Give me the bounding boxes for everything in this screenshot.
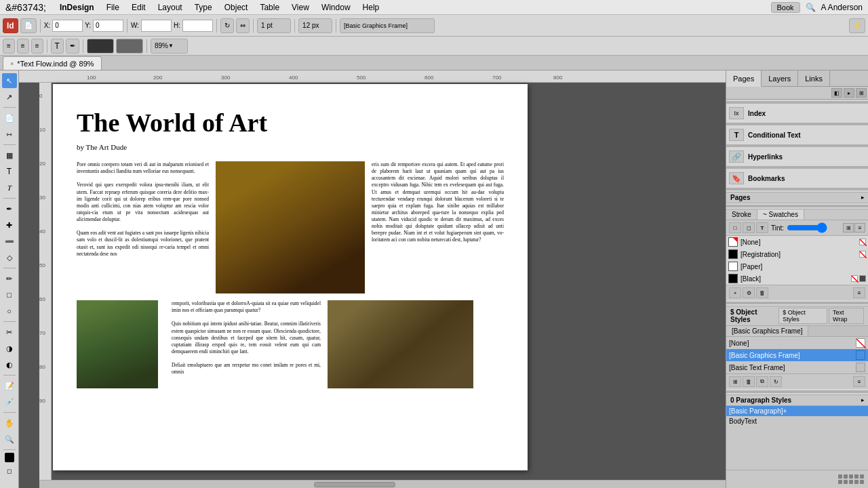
zoom-tool[interactable]: 🔍: [2, 432, 17, 447]
view-menu[interactable]: View: [286, 1, 315, 14]
obj-style-basic-text[interactable]: [Basic Text Frame]: [726, 361, 868, 373]
eyedropper-btn[interactable]: ⚡: [849, 18, 865, 33]
swatch-settings-btn[interactable]: ⚙: [743, 287, 755, 298]
panel-expand-btn[interactable]: ▸: [844, 88, 854, 98]
pen-tool[interactable]: ✒: [2, 201, 17, 216]
hand-tool[interactable]: ✋: [2, 415, 17, 430]
tab-pages[interactable]: Pages: [726, 70, 762, 87]
swatch-none[interactable]: [None]: [726, 236, 868, 248]
file-menu[interactable]: File: [101, 1, 125, 14]
obj-style-dupe-btn[interactable]: ⧉: [756, 376, 768, 387]
stroke-weight-input[interactable]: 1 pt: [257, 18, 291, 33]
stroke-icon[interactable]: ◻: [743, 222, 755, 233]
edit-menu[interactable]: Edit: [126, 1, 151, 14]
obj-style-sync-btn[interactable]: ↻: [770, 376, 782, 387]
align-left[interactable]: ≡: [3, 39, 15, 54]
basic-graphics-frame-tab[interactable]: [Basic Graphics Frame]: [726, 326, 808, 336]
apply-none[interactable]: ◻: [2, 464, 17, 479]
layout-menu[interactable]: Layout: [153, 1, 188, 14]
pencil-tool[interactable]: ✏: [2, 271, 17, 286]
swatch-add-btn[interactable]: +: [729, 287, 741, 298]
text-wrap-tab[interactable]: Text Wrap: [829, 308, 864, 324]
fill-swatch[interactable]: [5, 453, 14, 462]
table-menu[interactable]: Table: [254, 1, 285, 14]
document-btn[interactable]: 📄: [20, 18, 37, 33]
text-fill-icon[interactable]: T: [756, 222, 768, 233]
tint-slider[interactable]: [787, 224, 827, 232]
convert-point[interactable]: ◇: [2, 250, 17, 265]
tab-links[interactable]: Links: [798, 70, 830, 86]
tab-layers[interactable]: Layers: [762, 70, 798, 86]
swatch-registration[interactable]: [Registration]: [726, 248, 868, 260]
gradient-tool[interactable]: ◑: [2, 341, 17, 356]
obj-style-menu-btn[interactable]: ≡: [853, 376, 865, 387]
selection-tool[interactable]: ↖: [2, 73, 17, 88]
bookmarks-row[interactable]: 🔖 Bookmarks: [726, 170, 868, 186]
obj-style-basic-graphics[interactable]: [Basic Graphics Frame]: [726, 349, 868, 361]
document-tab[interactable]: × *Text Flow.indd @ 89%: [3, 56, 102, 70]
ellipse-tool[interactable]: ○: [2, 304, 17, 319]
rectangle-tool[interactable]: □: [2, 287, 17, 302]
tab-close-btn[interactable]: ×: [10, 60, 14, 67]
scrollbar-thumb[interactable]: [314, 482, 395, 487]
delete-anchor[interactable]: ➖: [2, 234, 17, 249]
text-tool[interactable]: T: [51, 39, 64, 54]
gradient-feather[interactable]: ◐: [2, 357, 17, 372]
frame-type-select[interactable]: [Basic Graphics Frame]: [340, 18, 435, 33]
type-on-path-tool[interactable]: 𝑇: [2, 180, 17, 195]
conditional-text-row[interactable]: T Conditional Text: [726, 127, 868, 143]
swatch-paper[interactable]: [Paper]: [726, 260, 868, 272]
x-input[interactable]: [52, 20, 83, 32]
zoom-level[interactable]: 89% ▼: [151, 39, 188, 54]
gap-tool[interactable]: ⇿: [2, 127, 17, 142]
para-style-basic[interactable]: [Basic Paragraph]+: [726, 406, 868, 416]
pen-tool[interactable]: ✒: [66, 39, 79, 54]
swatch-menu-btn[interactable]: ≡: [853, 287, 865, 298]
eyedropper-tool[interactable]: 💉: [2, 394, 17, 409]
hyperlinks-row[interactable]: 🔗 Hyperlinks: [726, 148, 868, 165]
fill-icon[interactable]: □: [729, 222, 741, 233]
panel-menu-btn[interactable]: ⊞: [856, 88, 867, 98]
obj-style-new-btn[interactable]: ⊞: [729, 376, 741, 387]
font-size-input[interactable]: 12 px: [298, 18, 332, 33]
swatch-black[interactable]: [Black]: [726, 272, 868, 285]
scissors-tool[interactable]: ✂: [2, 325, 17, 340]
type-tool[interactable]: T: [2, 164, 17, 179]
help-menu[interactable]: Help: [357, 1, 385, 14]
stroke-tab[interactable]: Stroke: [726, 209, 757, 220]
index-row[interactable]: Ix Index: [726, 105, 868, 121]
obj-styles-tab[interactable]: $ Object Styles: [778, 308, 827, 324]
fill-color[interactable]: [116, 39, 143, 54]
para-style-bodytext[interactable]: BodyText: [726, 416, 868, 426]
direct-select-tool[interactable]: ↗: [2, 89, 17, 104]
object-menu[interactable]: Object: [219, 1, 254, 14]
apple-menu[interactable]: &#63743;: [5, 2, 46, 13]
y-input[interactable]: [93, 20, 123, 32]
h-input[interactable]: [182, 20, 213, 32]
horizontal-scrollbar[interactable]: [39, 480, 726, 488]
content-collector[interactable]: ▦: [2, 148, 17, 163]
pages-panel-header[interactable]: Pages ▸: [726, 192, 868, 203]
panel-collapse-btn[interactable]: ◧: [831, 88, 842, 98]
swatch-mode-2[interactable]: ≡: [854, 223, 865, 232]
page-tool[interactable]: 📄: [2, 110, 17, 125]
swatch-delete-btn[interactable]: 🗑: [756, 287, 768, 298]
stroke-color[interactable]: [87, 39, 114, 54]
swatch-mode-1[interactable]: ⊞: [843, 223, 854, 232]
book-button[interactable]: Book: [771, 2, 800, 13]
obj-styles-header[interactable]: $ Object Styles $ Object Styles Text Wra…: [726, 306, 868, 326]
search-icon[interactable]: 🔍: [806, 3, 816, 12]
w-input[interactable]: [141, 20, 172, 32]
window-menu[interactable]: Window: [316, 1, 356, 14]
obj-style-none[interactable]: [None]: [726, 337, 868, 349]
align-center[interactable]: ≡: [17, 39, 29, 54]
align-right[interactable]: ≡: [31, 39, 43, 54]
rotate-icon[interactable]: ↻: [220, 18, 234, 33]
swatches-tab[interactable]: ~ Swatches: [757, 209, 804, 220]
type-menu[interactable]: Type: [189, 1, 218, 14]
app-name[interactable]: InDesign: [54, 1, 100, 14]
add-anchor[interactable]: ✚: [2, 218, 17, 232]
para-styles-header[interactable]: 0 Paragraph Styles ▸: [726, 395, 868, 406]
flip-h-icon[interactable]: ⇔: [236, 18, 250, 33]
obj-style-delete-btn[interactable]: 🗑: [743, 376, 755, 387]
